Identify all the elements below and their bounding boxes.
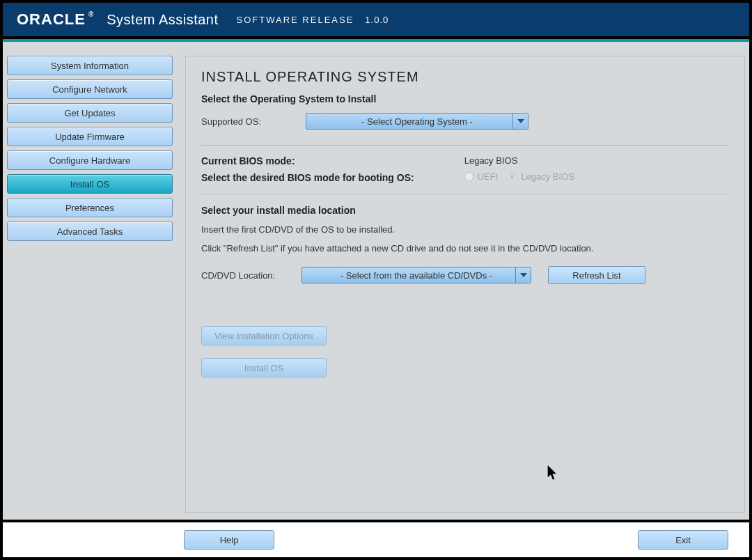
sidebar-item-preferences[interactable]: Preferences [7, 198, 173, 217]
sidebar-item-get-updates[interactable]: Get Updates [7, 103, 173, 123]
sidebar-item-configure-hardware[interactable]: Configure Hardware [7, 150, 173, 170]
sidebar: System Information Configure Network Get… [7, 56, 173, 241]
header-title: System Assistant [107, 12, 218, 28]
view-installation-options-label: View Installation Options [214, 331, 313, 341]
oracle-logo: ORACLE® [17, 10, 94, 29]
cd-location-select[interactable]: - Select from the available CD/DVDs - [301, 267, 531, 283]
media-refresh-hint: Click "Refresh List" if you have attache… [201, 243, 729, 254]
bios-labels: Current BIOS mode: Select the desired BI… [201, 155, 414, 183]
release-block: SOFTWARE RELEASE 1.0.0 [231, 15, 389, 25]
sidebar-item-system-information[interactable]: System Information [7, 56, 173, 75]
bios-radio-group: UEFI Legacy BIOS [464, 171, 574, 182]
sidebar-item-label: System Information [51, 61, 129, 71]
chevron-down-icon [512, 114, 528, 129]
radio-uefi-label: UEFI [478, 171, 499, 182]
radio-legacy-input[interactable] [508, 172, 517, 181]
bios-values: Legacy BIOS UEFI Legacy BIOS [464, 155, 574, 183]
refresh-list-button[interactable]: Refresh List [548, 266, 645, 284]
supported-os-value: - Select Operating System - [361, 116, 473, 127]
app-window: ORACLE® System Assistant SOFTWARE RELEAS… [0, 0, 752, 560]
release-label: SOFTWARE RELEASE [237, 15, 354, 25]
sidebar-item-label: Configure Hardware [49, 155, 130, 166]
help-label: Help [220, 535, 239, 545]
exit-button[interactable]: Exit [638, 530, 728, 550]
divider [201, 194, 729, 195]
footer-bar: Help Exit [3, 522, 749, 557]
sidebar-item-label: Preferences [65, 203, 114, 213]
radio-legacy[interactable]: Legacy BIOS [508, 171, 574, 182]
help-button[interactable]: Help [184, 530, 274, 550]
refresh-list-label: Refresh List [572, 270, 620, 281]
view-installation-options-button[interactable]: View Installation Options [201, 326, 327, 345]
cd-location-row: CD/DVD Location: - Select from the avail… [201, 266, 729, 284]
body-area: System Information Configure Network Get… [3, 42, 749, 520]
sidebar-item-label: Update Firmware [55, 132, 125, 142]
current-bios-label: Current BIOS mode: [201, 155, 414, 166]
radio-legacy-label: Legacy BIOS [521, 171, 574, 182]
install-os-button[interactable]: Install OS [201, 358, 327, 378]
select-os-subtitle: Select the Operating System to Install [201, 93, 729, 104]
radio-uefi-input[interactable] [464, 172, 473, 181]
sidebar-item-advanced-tasks[interactable]: Advanced Tasks [7, 221, 173, 241]
select-bios-label: Select the desired BIOS mode for booting… [201, 172, 414, 183]
supported-os-select[interactable]: - Select Operating System - [306, 113, 528, 130]
sidebar-item-install-os[interactable]: Install OS [7, 174, 173, 194]
bios-section: Current BIOS mode: Select the desired BI… [201, 155, 729, 183]
sidebar-item-label: Get Updates [65, 108, 116, 118]
install-os-label: Install OS [244, 363, 283, 373]
cd-location-value: - Select from the available CD/DVDs - [340, 270, 492, 281]
sidebar-item-update-firmware[interactable]: Update Firmware [7, 127, 173, 146]
cd-location-label: CD/DVD Location: [201, 270, 285, 281]
divider [201, 145, 729, 146]
release-version: 1.0.0 [365, 15, 389, 25]
page-title: INSTALL OPERATING SYSTEM [201, 69, 729, 85]
radio-uefi[interactable]: UEFI [464, 171, 499, 182]
media-subtitle: Select your install media location [201, 205, 729, 216]
sidebar-item-label: Install OS [70, 179, 109, 189]
main-panel: INSTALL OPERATING SYSTEM Select the Oper… [185, 56, 745, 513]
exit-label: Exit [675, 535, 691, 545]
chevron-down-icon [515, 267, 531, 283]
sidebar-item-label: Advanced Tasks [57, 226, 123, 237]
supported-os-row: Supported OS: - Select Operating System … [201, 113, 729, 130]
header-bar: ORACLE® System Assistant SOFTWARE RELEAS… [3, 3, 749, 36]
registered-mark: ® [88, 10, 94, 18]
media-insert-text: Insert the first CD/DVD of the OS to be … [201, 224, 729, 235]
current-bios-value: Legacy BIOS [464, 155, 574, 166]
supported-os-label: Supported OS: [201, 116, 285, 127]
sidebar-item-label: Configure Network [52, 84, 127, 95]
oracle-brand-text: ORACLE [17, 10, 86, 29]
sidebar-item-configure-network[interactable]: Configure Network [7, 79, 173, 99]
